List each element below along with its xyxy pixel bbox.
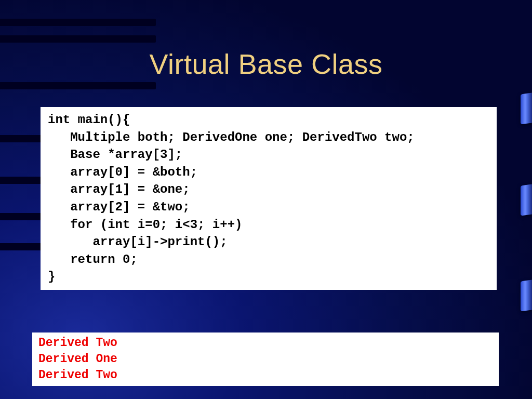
output-block: Derived Two Derived One Derived Two (32, 332, 499, 386)
bg-stripe (0, 82, 156, 89)
bg-ribbon (521, 184, 532, 216)
slide-title: Virtual Base Class (0, 0, 532, 80)
code-block: int main(){ Multiple both; DerivedOne on… (41, 107, 497, 290)
bg-ribbon (521, 280, 532, 311)
bg-ribbon (521, 92, 532, 124)
